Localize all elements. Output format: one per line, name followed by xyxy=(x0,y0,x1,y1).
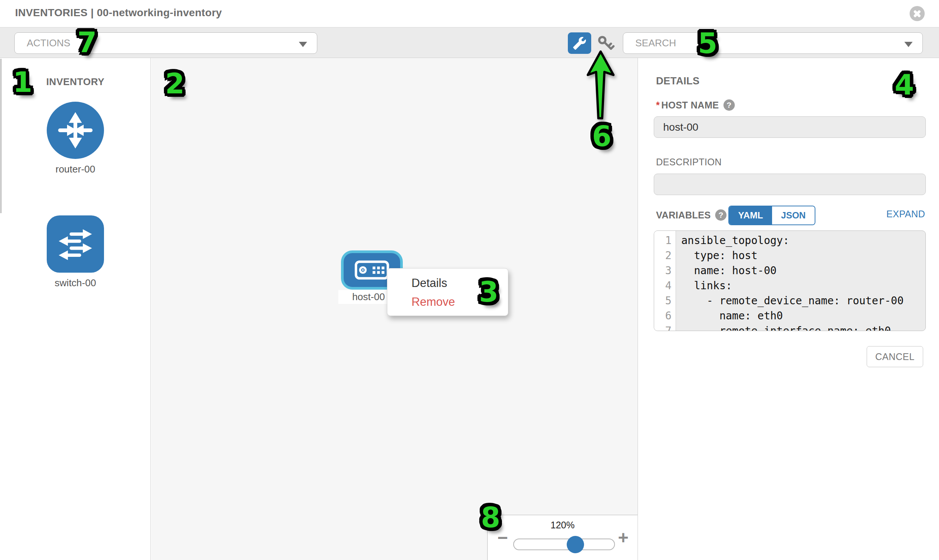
toggle-json[interactable]: JSON xyxy=(772,206,815,225)
editor-line: 1ansible_topology: xyxy=(654,233,925,248)
required-asterisk: * xyxy=(656,100,660,110)
description-label: DESCRIPTION xyxy=(656,157,722,168)
toggle-yaml[interactable]: YAML xyxy=(729,206,772,225)
sidebar-item-router[interactable]: router-00 xyxy=(0,102,151,175)
topology-canvas[interactable]: host-00 Details Remove 120% − + xyxy=(151,58,638,560)
editor-line: 5 - remote_device_name: router-00 xyxy=(654,293,925,308)
chevron-down-icon xyxy=(299,42,307,47)
help-icon[interactable]: ? xyxy=(723,99,735,111)
router-icon xyxy=(47,102,104,159)
variables-row: VARIABLES ? YAML JSON EXPAND xyxy=(638,208,939,231)
editor-line: 6 name: eth0 xyxy=(654,308,925,323)
page-title: INVENTORIES | 00-networking-inventory xyxy=(15,7,222,19)
sidebar-title: INVENTORY xyxy=(0,76,151,88)
wrench-icon xyxy=(573,37,586,50)
zoom-control-panel: 120% − + xyxy=(487,515,638,560)
tools-button[interactable] xyxy=(568,32,591,54)
header: INVENTORIES | 00-networking-inventory xyxy=(0,0,939,27)
editor-line: 2 type: host xyxy=(654,248,925,263)
description-input[interactable] xyxy=(654,174,926,195)
editor-line: 3 name: host-00 xyxy=(654,263,925,278)
app-window: INVENTORIES | 00-networking-inventory AC… xyxy=(0,0,939,560)
actions-dropdown-label: ACTIONS xyxy=(27,37,71,49)
sidebar-item-switch[interactable]: switch-00 xyxy=(0,215,151,289)
context-menu-item-details[interactable]: Details xyxy=(387,274,508,292)
zoom-in-button[interactable]: + xyxy=(618,529,629,547)
host-icon xyxy=(355,260,389,280)
variables-label-row: VARIABLES ? xyxy=(656,209,726,221)
editor-line: 7 remote_interface_name: eth0 xyxy=(654,323,925,331)
sidebar-item-label: router-00 xyxy=(0,163,151,175)
toolbar: ACTIONS SEARCH xyxy=(0,27,939,58)
key-icon xyxy=(597,35,615,52)
inventory-sidebar: INVENTORY router-00 xyxy=(0,58,151,560)
zoom-slider-track[interactable] xyxy=(513,538,615,550)
variables-label: VARIABLES xyxy=(656,210,711,221)
context-menu-item-remove[interactable]: Remove xyxy=(387,292,508,311)
host-name-input[interactable] xyxy=(654,116,926,138)
cancel-button[interactable]: CANCEL xyxy=(867,346,923,367)
search-dropdown[interactable]: SEARCH xyxy=(623,32,923,54)
host-name-label-row: *HOST NAME ? xyxy=(656,99,735,111)
search-dropdown-label: SEARCH xyxy=(635,37,676,49)
chevron-down-icon xyxy=(904,42,913,47)
format-toggle: YAML JSON xyxy=(728,206,816,225)
sidebar-item-label: switch-00 xyxy=(0,277,151,289)
variables-editor[interactable]: 1ansible_topology: 2 type: host 3 name: … xyxy=(654,231,926,331)
key-button[interactable] xyxy=(597,35,615,52)
switch-icon xyxy=(47,215,104,273)
close-icon[interactable] xyxy=(910,6,925,21)
zoom-out-button[interactable]: − xyxy=(497,529,508,547)
editor-line: 4 links: xyxy=(654,278,925,293)
expand-link[interactable]: EXPAND xyxy=(886,209,925,220)
zoom-slider-thumb[interactable] xyxy=(567,536,584,553)
details-panel-title: DETAILS xyxy=(656,75,700,87)
zoom-level-label: 120% xyxy=(487,520,638,531)
context-menu: Details Remove xyxy=(387,268,508,316)
actions-dropdown[interactable]: ACTIONS xyxy=(14,32,317,54)
help-icon[interactable]: ? xyxy=(715,209,726,221)
editor-lines: 1ansible_topology: 2 type: host 3 name: … xyxy=(654,231,925,331)
host-name-label: HOST NAME xyxy=(661,100,719,110)
details-panel: DETAILS *HOST NAME ? DESCRIPTION VARIABL… xyxy=(638,58,939,560)
